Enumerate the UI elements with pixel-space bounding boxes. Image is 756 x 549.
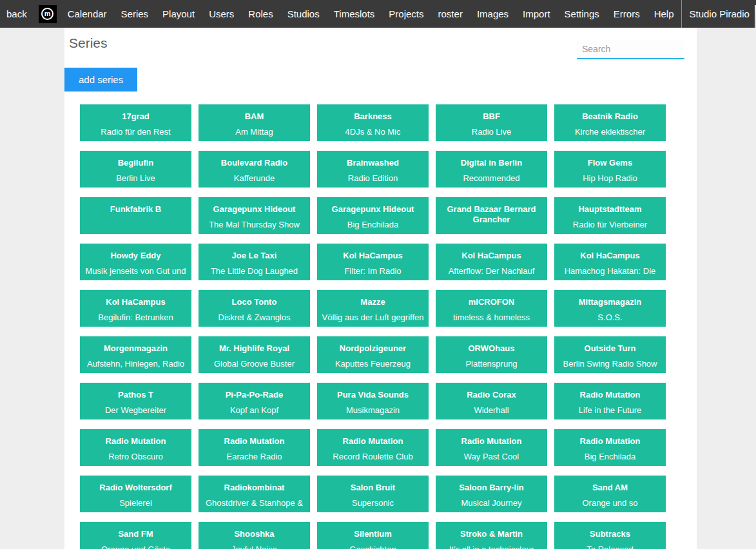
search-input[interactable] [577,40,684,59]
series-card-subtitle: Radio für Vierbeiner [556,220,664,230]
series-card-subtitle: Plattensprung [438,359,545,369]
nav-item-errors[interactable]: Errors [606,0,647,28]
nav-item-users[interactable]: Users [202,0,241,28]
series-card[interactable]: BegilufinBerlin Live [80,151,191,188]
series-card-subtitle: Supersonic [319,498,427,508]
series-card-subtitle: Hamachog Hakatan: Die [556,266,664,276]
nav-item-calendar[interactable]: Calendar [61,0,114,28]
series-card[interactable]: Funkfabrik B [80,197,191,234]
nav-item-back[interactable]: back [0,8,35,19]
series-card-subtitle: S.O.S. [556,313,664,323]
add-series-button[interactable]: add series [64,68,137,92]
series-card[interactable]: Howdy EddyMusik jenseits von Gut und [80,244,191,280]
series-card[interactable]: Saloon Barry-linMusical Journey [436,476,547,512]
series-card[interactable]: Barkness4DJs & No Mic [317,104,429,141]
series-card[interactable]: Garagepunx HideoutBig Enchilada [317,197,429,234]
app-logo-icon[interactable]: m [39,5,57,23]
nav-item-timeslots[interactable]: Timeslots [327,0,382,28]
series-card[interactable]: Radio MutationLife in the Future [554,383,666,419]
series-card[interactable]: Kol HaCampusBegilufin: Betrunken [80,290,191,327]
series-card[interactable]: Grand Bazaar Bernard Grancher [436,197,547,234]
series-card[interactable]: Radio MutationRecord Roulette Club [317,429,429,466]
series-card[interactable]: Radio MutationRetro Obscuro [80,429,191,466]
series-card[interactable]: Radio MutationEarache Radio [199,429,310,466]
series-card[interactable]: Radio WoltersdorfSpielerei [80,476,191,512]
series-card-title: Silentium [319,529,427,539]
series-card[interactable]: Salon BruitSupersonic [317,476,429,512]
series-card[interactable]: Beatnik RadioKirche eklektischer [554,104,666,141]
series-card-title: Kol HaCampus [319,251,427,261]
series-card[interactable]: Sand FMOrange und Gäste [80,522,191,549]
series-card[interactable]: Digital in BerlinRecommended [436,151,547,188]
series-card[interactable]: Sand AMOrange und so [554,476,666,512]
series-card[interactable]: BBFRadio Live [436,104,547,141]
series-card-subtitle: Recommended [438,173,545,184]
nav-item-series[interactable]: Series [114,0,156,28]
series-card[interactable]: Radio MutationBig Enchilada [554,429,666,466]
series-card-title: Kol HaCampus [556,251,664,261]
series-card-subtitle: Retro Obscuro [82,452,189,462]
series-card[interactable]: Boulevard RadioKafferunde [199,151,310,188]
series-card[interactable]: ShooshkaJoyful Noise [199,522,310,549]
series-card[interactable]: NordpolzigeunerKaputtes Feuerzeug [317,336,429,373]
series-card[interactable]: Stroko & MartinIt's all in a technicolou… [436,522,547,549]
series-card[interactable]: Pura Vida SoundsMusikmagazin [317,383,429,419]
series-card-subtitle: Radio für den Rest [82,127,189,137]
series-card-title: Mazze [319,297,427,307]
nav-item-roles[interactable]: Roles [241,0,280,28]
series-card[interactable]: Garagepunx HideoutThe Mal Thursday Show [199,197,310,234]
series-card[interactable]: 17gradRadio für den Rest [80,104,191,141]
series-card-subtitle: Filter: Im Radio [319,266,427,276]
series-card[interactable]: Pi-Pa-Po-RadeKopf an Kopf [199,383,310,419]
series-card[interactable]: MazzeVöllig aus der Luft gegriffen [317,290,429,327]
series-card[interactable]: SilentiumGeschichten [317,522,429,549]
series-card-subtitle: It's all in a technicolour [438,544,545,549]
series-card[interactable]: BrainwashedRadio Edition [317,151,429,188]
series-card[interactable]: Outside TurnBerlin Swing Radio Show [554,336,666,373]
series-card[interactable]: Kol HaCampusHamachog Hakatan: Die [554,244,666,280]
series-card-subtitle: Kaputtes Feuerzeug [319,359,427,369]
series-card[interactable]: Joe Le TaxiThe Little Dog Laughed [199,244,310,280]
series-card[interactable]: Radio CoraxWiderhall [436,383,547,419]
series-card[interactable]: MorgenmagazinAufstehn, Hinlegen, Radio [80,336,191,373]
nav-item-settings[interactable]: Settings [557,0,606,28]
series-card[interactable]: ORWOhausPlattensprung [436,336,547,373]
series-card[interactable]: mICROFONtimeless & homeless [436,290,547,327]
nav-item-import[interactable]: Import [516,0,557,28]
series-card-title: Garagepunx Hideout [319,204,427,215]
series-card[interactable]: Mr. Highlife RoyalGlobal Groove Buster [199,336,310,373]
series-card[interactable]: Kol HaCampusAfterflow: Der Nachlauf [436,244,547,280]
series-card[interactable]: SubtracksTo Released [554,522,666,549]
series-card-title: Boulevard Radio [200,158,308,168]
nav-item-help[interactable]: Help [647,0,681,28]
studio-select[interactable]: Studio Piradio [681,0,756,28]
nav-item-playout[interactable]: Playout [155,0,202,28]
series-card-subtitle: Way Past Cool [438,452,545,462]
series-card-title: Nordpolzigeuner [319,343,427,354]
nav-item-studios[interactable]: Studios [280,0,327,28]
series-card[interactable]: Kol HaCampusFilter: Im Radio [317,244,429,280]
series-card[interactable]: Pathos TDer Wegbereiter [80,383,191,419]
series-card-title: Sand FM [82,529,189,539]
series-card-subtitle: Kirche eklektischer [556,127,664,137]
nav-item-roster[interactable]: roster [431,0,470,28]
series-card-subtitle: Geschichten [319,544,427,549]
series-card[interactable]: HauptstadtteamRadio für Vierbeiner [554,197,666,234]
series-card[interactable]: Radio MutationWay Past Cool [436,429,547,466]
series-card[interactable]: Flow GemsHip Hop Radio [554,151,666,188]
series-card[interactable]: MittagsmagazinS.O.S. [554,290,666,327]
series-card-title: Mr. Highlife Royal [200,343,308,354]
series-card-title: Morgenmagazin [82,343,189,354]
series-card-title: Digital in Berlin [438,158,545,168]
series-card-title: Pathos T [82,390,189,400]
nav-right: Studio Piradio Project 88vier Logout mil… [681,0,756,28]
series-card-title: Stroko & Martin [438,529,545,539]
series-card-title: Radiokombinat [200,483,308,493]
series-card[interactable]: RadiokombinatGhostdriver & Stanhope & [199,476,310,512]
nav-item-images[interactable]: Images [470,0,516,28]
series-card[interactable]: Loco TontoDiskret & Zwanglos [199,290,310,327]
series-card-subtitle: Life in the Future [556,405,664,416]
series-card-title: Radio Woltersdorf [82,483,189,493]
nav-item-projects[interactable]: Projects [382,0,431,28]
series-card[interactable]: BAMAm Mittag [199,104,310,141]
